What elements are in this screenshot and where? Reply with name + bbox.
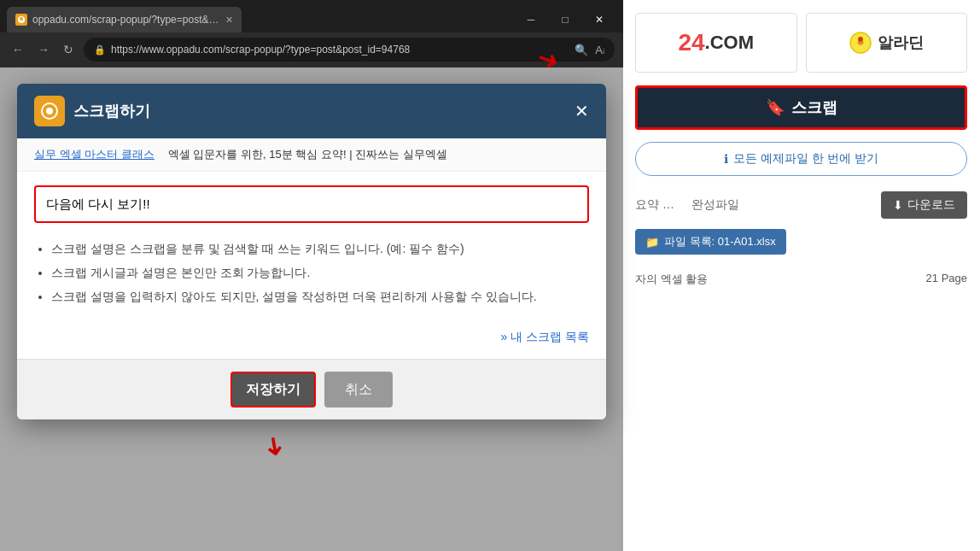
aladin-label: 알라딘 xyxy=(878,32,924,53)
file-badge[interactable]: 📁 파일 목록: 01-A01.xlsx xyxy=(635,229,786,255)
summary-tab[interactable]: 요약 … xyxy=(635,197,674,213)
scrap-list-link[interactable]: » 내 스크랩 목록 xyxy=(501,330,589,343)
modal-title: 스크랩하기 xyxy=(73,101,150,121)
browser-chrome: oppadu.com/scrap-popup/?type=post&post_i… xyxy=(0,0,623,67)
lock-icon: 🔒 xyxy=(94,44,106,56)
scrap-modal: 스크랩하기 ✕ 실무 엑셀 마스터 클래스 엑셀 입문자를 위한, 15분 핵심… xyxy=(17,84,606,419)
action-row: 요약 … 완성파일 ⬇ 다운로드 xyxy=(635,191,967,219)
zoom-icon: 🔍 xyxy=(575,44,588,56)
favicon xyxy=(15,14,27,26)
page-num: 21 Page xyxy=(926,272,967,287)
window-controls: ─ □ ✕ xyxy=(514,7,616,32)
scrap-button-label: 스크랩 xyxy=(791,97,837,118)
address-bar: ← → ↻ 🔒 https://www.oppadu.com/scrap-pop… xyxy=(0,32,623,67)
bullet-2: 스크랩 게시글과 설명은 본인만 조회 가능합니다. xyxy=(51,261,589,284)
page-desc: 자의 엑셀 활용 xyxy=(635,272,708,287)
site24-badge[interactable]: 24 .COM xyxy=(635,13,797,73)
address-icons: 🔍 Aᵢ xyxy=(575,44,604,56)
tab-close-button[interactable]: ✕ xyxy=(225,15,233,26)
modal-bullets: 스크랩 설명은 스크랩을 분류 및 검색할 때 쓰는 키워드 입니다. (예: … xyxy=(17,237,606,322)
summary-tabs: 요약 … 완성파일 xyxy=(635,197,739,213)
aladin-icon xyxy=(849,31,872,55)
minimize-button[interactable]: ─ xyxy=(514,7,548,32)
oppadu-logo-icon xyxy=(40,102,59,120)
download-button[interactable]: ⬇ 다운로드 xyxy=(881,191,967,219)
forward-button[interactable]: → xyxy=(34,39,53,60)
close-window-button[interactable]: ✕ xyxy=(582,7,616,32)
maximize-button[interactable]: □ xyxy=(548,7,582,32)
file-badge-label: 파일 목록: 01-A01.xlsx xyxy=(664,234,776,249)
site24-num: 24 xyxy=(678,29,704,56)
modal-footer: 저장하기 취소 xyxy=(17,359,606,419)
info-icon: ℹ xyxy=(724,152,728,166)
breadcrumb-link[interactable]: 실무 엑셀 마스터 클래스 xyxy=(34,147,155,162)
receive-all-button[interactable]: ℹ 모든 예제파일 한 번에 받기 xyxy=(635,142,967,176)
complete-tab[interactable]: 완성파일 xyxy=(691,197,739,213)
download-icon: ⬇ xyxy=(893,198,903,212)
svg-point-3 xyxy=(20,17,23,21)
modal-breadcrumb: 실무 엑셀 마스터 클래스 엑셀 입문자를 위한, 15분 핵심 요약! | 진… xyxy=(17,138,606,172)
modal-link-row: » 내 스크랩 목록 xyxy=(17,322,606,359)
page-info: 자의 엑셀 활용 21 Page xyxy=(635,272,967,287)
save-button[interactable]: 저장하기 xyxy=(230,372,316,407)
download-label: 다운로드 xyxy=(907,197,955,213)
bullet-3: 스크랩 설명을 입력하지 않아도 되지만, 설명을 작성하면 더욱 편리하게 사… xyxy=(51,284,589,308)
modal-overlay: 스크랩하기 ✕ 실무 엑셀 마스터 클래스 엑셀 입문자를 위한, 15분 핵심… xyxy=(0,67,623,551)
bullet-1: 스크랩 설명은 스크랩을 분류 및 검색할 때 쓰는 키워드 입니다. (예: … xyxy=(51,237,589,261)
scrap-description-input[interactable] xyxy=(34,185,589,223)
read-icon: Aᵢ xyxy=(595,44,604,56)
modal-close-button[interactable]: ✕ xyxy=(575,101,589,121)
breadcrumb-current: 엑셀 입문자를 위한, 15분 핵심 요약! | 진짜쓰는 실무엑셀 xyxy=(168,147,447,162)
bullet-list: 스크랩 설명은 스크랩을 분류 및 검색할 때 쓰는 키워드 입니다. (예: … xyxy=(34,237,589,308)
modal-header: 스크랩하기 ✕ xyxy=(17,84,606,138)
scrap-main-button[interactable]: 🔖 스크랩 xyxy=(635,85,967,130)
folder-icon: 📁 xyxy=(645,236,659,249)
address-text: https://www.oppadu.com/scrap-popup/?type… xyxy=(111,44,569,56)
cancel-button[interactable]: 취소 xyxy=(324,372,393,407)
right-panel: 24 .COM 알라딘 🔖 스크랩 ℹ 모든 예제파일 한 번에 받기 요약 …… xyxy=(621,0,980,551)
svg-point-5 xyxy=(46,108,53,114)
refresh-button[interactable]: ↻ xyxy=(60,39,77,60)
aladin-badge[interactable]: 알라딘 xyxy=(806,13,968,73)
address-box[interactable]: 🔒 https://www.oppadu.com/scrap-popup/?ty… xyxy=(84,38,615,62)
receive-all-label: 모든 예제파일 한 번에 받기 xyxy=(733,151,878,167)
back-button[interactable]: ← xyxy=(9,39,27,60)
favicon-icon xyxy=(17,15,26,24)
modal-input-area xyxy=(17,172,606,237)
bookmark-icon: 🔖 xyxy=(766,98,785,117)
svg-point-1 xyxy=(858,37,863,42)
site-badges: 24 .COM 알라딘 xyxy=(635,13,967,73)
tab-bar: oppadu.com/scrap-popup/?type=post&post_i… xyxy=(0,0,623,32)
oppadu-logo xyxy=(34,96,65,126)
tab-title: oppadu.com/scrap-popup/?type=post&post_i… xyxy=(32,14,220,26)
site24-com: .COM xyxy=(705,32,754,54)
browser-tab[interactable]: oppadu.com/scrap-popup/?type=post&post_i… xyxy=(7,7,242,32)
